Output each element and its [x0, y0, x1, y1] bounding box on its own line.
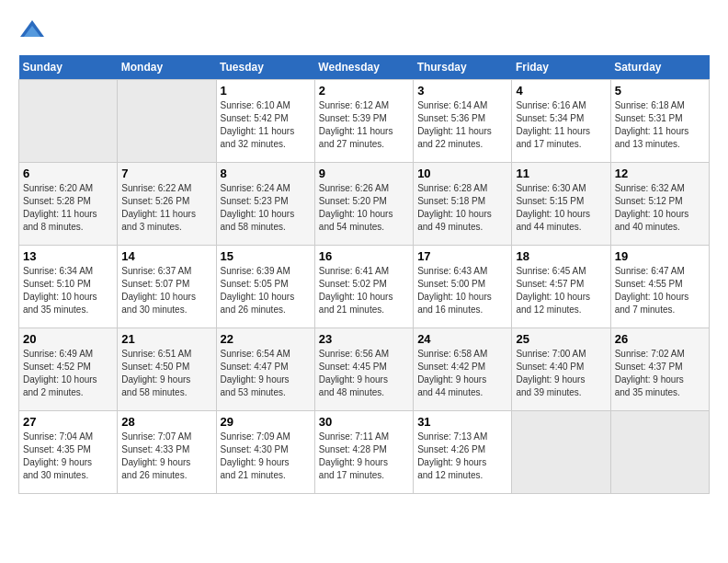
cell-week5-day6 — [610, 411, 709, 494]
cell-week3-day1: 14Sunrise: 6:37 AMSunset: 5:07 PMDayligh… — [118, 246, 216, 328]
cell-week1-day4: 3Sunrise: 6:14 AMSunset: 5:36 PMDaylight… — [414, 80, 512, 163]
week-row-3: 13Sunrise: 6:34 AMSunset: 5:10 PMDayligh… — [19, 246, 710, 328]
day-number: 2 — [319, 84, 409, 98]
day-info: Sunrise: 6:22 AMSunset: 5:26 PMDaylight:… — [121, 182, 211, 234]
cell-week4-day3: 23Sunrise: 6:56 AMSunset: 4:45 PMDayligh… — [314, 328, 413, 411]
day-number: 17 — [417, 249, 507, 263]
day-number: 14 — [121, 249, 211, 263]
day-number: 13 — [23, 249, 113, 263]
day-number: 21 — [121, 332, 211, 346]
day-info: Sunrise: 6:43 AMSunset: 5:00 PMDaylight:… — [417, 265, 507, 316]
cell-week2-day6: 12Sunrise: 6:32 AMSunset: 5:12 PMDayligh… — [610, 163, 709, 246]
day-info: Sunrise: 6:51 AMSunset: 4:50 PMDaylight:… — [121, 348, 211, 399]
calendar-table: SundayMondayTuesdayWednesdayThursdayFrid… — [18, 55, 710, 494]
cell-week5-day5 — [512, 411, 610, 494]
day-info: Sunrise: 6:39 AMSunset: 5:05 PMDaylight:… — [221, 265, 311, 316]
day-number: 24 — [417, 332, 507, 346]
cell-week5-day2: 29Sunrise: 7:09 AMSunset: 4:30 PMDayligh… — [216, 411, 314, 494]
logo-icon — [18, 18, 46, 46]
day-number: 31 — [417, 415, 507, 429]
day-info: Sunrise: 6:58 AMSunset: 4:42 PMDaylight:… — [417, 348, 507, 399]
header-row: SundayMondayTuesdayWednesdayThursdayFrid… — [19, 55, 710, 80]
cell-week1-day2: 1Sunrise: 6:10 AMSunset: 5:42 PMDaylight… — [216, 80, 314, 163]
day-info: Sunrise: 7:09 AMSunset: 4:30 PMDaylight:… — [221, 431, 311, 482]
cell-week2-day1: 7Sunrise: 6:22 AMSunset: 5:26 PMDaylight… — [118, 163, 216, 246]
day-info: Sunrise: 6:45 AMSunset: 4:57 PMDaylight:… — [516, 265, 606, 316]
day-number: 7 — [121, 167, 211, 180]
week-row-2: 6Sunrise: 6:20 AMSunset: 5:28 PMDaylight… — [19, 163, 710, 246]
day-number: 25 — [516, 332, 606, 346]
day-info: Sunrise: 6:16 AMSunset: 5:34 PMDaylight:… — [516, 99, 606, 151]
day-info: Sunrise: 6:47 AMSunset: 4:55 PMDaylight:… — [615, 265, 705, 316]
day-info: Sunrise: 7:13 AMSunset: 4:26 PMDaylight:… — [417, 431, 507, 482]
day-info: Sunrise: 6:10 AMSunset: 5:42 PMDaylight:… — [221, 99, 311, 151]
day-info: Sunrise: 6:54 AMSunset: 4:47 PMDaylight:… — [221, 348, 311, 399]
cell-week4-day0: 20Sunrise: 6:49 AMSunset: 4:52 PMDayligh… — [19, 328, 118, 411]
day-info: Sunrise: 6:41 AMSunset: 5:02 PMDaylight:… — [319, 265, 409, 316]
day-number: 4 — [516, 84, 606, 98]
cell-week5-day4: 31Sunrise: 7:13 AMSunset: 4:26 PMDayligh… — [414, 411, 512, 494]
day-number: 28 — [121, 415, 211, 429]
day-number: 5 — [615, 84, 705, 98]
week-row-4: 20Sunrise: 6:49 AMSunset: 4:52 PMDayligh… — [19, 328, 710, 411]
logo — [18, 18, 51, 46]
day-info: Sunrise: 6:37 AMSunset: 5:07 PMDaylight:… — [121, 265, 211, 316]
day-info: Sunrise: 6:14 AMSunset: 5:36 PMDaylight:… — [417, 99, 507, 151]
cell-week2-day2: 8Sunrise: 6:24 AMSunset: 5:23 PMDaylight… — [216, 163, 314, 246]
cell-week3-day2: 15Sunrise: 6:39 AMSunset: 5:05 PMDayligh… — [216, 246, 314, 328]
cell-week3-day4: 17Sunrise: 6:43 AMSunset: 5:00 PMDayligh… — [414, 246, 512, 328]
cell-week4-day5: 25Sunrise: 7:00 AMSunset: 4:40 PMDayligh… — [512, 328, 610, 411]
cell-week5-day1: 28Sunrise: 7:07 AMSunset: 4:33 PMDayligh… — [118, 411, 216, 494]
cell-week3-day6: 19Sunrise: 6:47 AMSunset: 4:55 PMDayligh… — [610, 246, 709, 328]
day-number: 9 — [319, 167, 409, 180]
cell-week5-day0: 27Sunrise: 7:04 AMSunset: 4:35 PMDayligh… — [19, 411, 118, 494]
day-info: Sunrise: 6:32 AMSunset: 5:12 PMDaylight:… — [615, 182, 705, 234]
day-number: 11 — [516, 167, 606, 180]
header-saturday: Saturday — [610, 55, 709, 80]
cell-week1-day5: 4Sunrise: 6:16 AMSunset: 5:34 PMDaylight… — [512, 80, 610, 163]
day-number: 1 — [221, 84, 311, 98]
header-thursday: Thursday — [414, 55, 512, 80]
day-number: 23 — [319, 332, 409, 346]
cell-week2-day0: 6Sunrise: 6:20 AMSunset: 5:28 PMDaylight… — [19, 163, 118, 246]
day-number: 29 — [221, 415, 311, 429]
header-sunday: Sunday — [19, 55, 118, 80]
cell-week3-day3: 16Sunrise: 6:41 AMSunset: 5:02 PMDayligh… — [314, 246, 413, 328]
day-number: 22 — [221, 332, 311, 346]
cell-week2-day4: 10Sunrise: 6:28 AMSunset: 5:18 PMDayligh… — [414, 163, 512, 246]
page-header — [18, 18, 710, 46]
week-row-5: 27Sunrise: 7:04 AMSunset: 4:35 PMDayligh… — [19, 411, 710, 494]
day-number: 12 — [615, 167, 705, 180]
header-monday: Monday — [118, 55, 216, 80]
cell-week2-day5: 11Sunrise: 6:30 AMSunset: 5:15 PMDayligh… — [512, 163, 610, 246]
week-row-1: 1Sunrise: 6:10 AMSunset: 5:42 PMDaylight… — [19, 80, 710, 163]
cell-week4-day1: 21Sunrise: 6:51 AMSunset: 4:50 PMDayligh… — [118, 328, 216, 411]
day-info: Sunrise: 6:28 AMSunset: 5:18 PMDaylight:… — [417, 182, 507, 234]
day-number: 19 — [615, 249, 705, 263]
cell-week4-day4: 24Sunrise: 6:58 AMSunset: 4:42 PMDayligh… — [414, 328, 512, 411]
day-info: Sunrise: 7:11 AMSunset: 4:28 PMDaylight:… — [319, 431, 409, 482]
day-info: Sunrise: 6:26 AMSunset: 5:20 PMDaylight:… — [319, 182, 409, 234]
day-info: Sunrise: 6:49 AMSunset: 4:52 PMDaylight:… — [23, 348, 113, 399]
cell-week4-day6: 26Sunrise: 7:02 AMSunset: 4:37 PMDayligh… — [610, 328, 709, 411]
cell-week1-day3: 2Sunrise: 6:12 AMSunset: 5:39 PMDaylight… — [314, 80, 413, 163]
day-number: 20 — [23, 332, 113, 346]
cell-week1-day1 — [118, 80, 216, 163]
day-number: 15 — [221, 249, 311, 263]
header-wednesday: Wednesday — [314, 55, 413, 80]
day-number: 30 — [319, 415, 409, 429]
day-info: Sunrise: 7:04 AMSunset: 4:35 PMDaylight:… — [23, 431, 113, 482]
day-info: Sunrise: 6:18 AMSunset: 5:31 PMDaylight:… — [615, 99, 705, 151]
day-info: Sunrise: 6:30 AMSunset: 5:15 PMDaylight:… — [516, 182, 606, 234]
cell-week3-day0: 13Sunrise: 6:34 AMSunset: 5:10 PMDayligh… — [19, 246, 118, 328]
cell-week1-day0 — [19, 80, 118, 163]
header-friday: Friday — [512, 55, 610, 80]
header-tuesday: Tuesday — [216, 55, 314, 80]
day-info: Sunrise: 7:07 AMSunset: 4:33 PMDaylight:… — [121, 431, 211, 482]
day-info: Sunrise: 6:34 AMSunset: 5:10 PMDaylight:… — [23, 265, 113, 316]
cell-week3-day5: 18Sunrise: 6:45 AMSunset: 4:57 PMDayligh… — [512, 246, 610, 328]
day-number: 26 — [615, 332, 705, 346]
day-number: 16 — [319, 249, 409, 263]
cell-week1-day6: 5Sunrise: 6:18 AMSunset: 5:31 PMDaylight… — [610, 80, 709, 163]
day-info: Sunrise: 6:12 AMSunset: 5:39 PMDaylight:… — [319, 99, 409, 151]
